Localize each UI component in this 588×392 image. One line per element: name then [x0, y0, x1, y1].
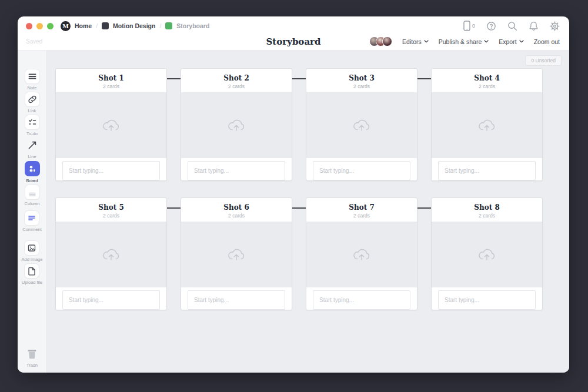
- shot-text-input[interactable]: Start typing...: [313, 290, 410, 310]
- link-icon: [28, 95, 37, 104]
- upload-cloud-icon: [226, 247, 246, 263]
- breadcrumb-storyboard[interactable]: Storyboard: [176, 22, 209, 29]
- image-drop-zone[interactable]: [432, 92, 542, 158]
- input-placeholder: Start typing...: [194, 297, 229, 303]
- shot-text-input[interactable]: Start typing...: [188, 161, 285, 180]
- window-topbar: M Home / Motion Design / Storyboard 0: [18, 16, 569, 35]
- image-drop-zone[interactable]: [306, 222, 417, 287]
- help-icon: [486, 21, 496, 31]
- shot-card-6[interactable]: Shot 6 2 cards Start typing...: [181, 197, 292, 310]
- editors-menu[interactable]: Editors: [402, 38, 429, 45]
- trash-dropzone[interactable]: Trash: [25, 347, 39, 368]
- shot-text-input[interactable]: Start typing...: [438, 161, 536, 180]
- settings-button[interactable]: [550, 21, 560, 31]
- image-drop-zone[interactable]: [56, 92, 166, 158]
- upload-cloud-icon: [352, 118, 372, 133]
- bell-icon: [529, 21, 539, 31]
- shot-title[interactable]: Shot 1: [56, 74, 166, 82]
- tool-label: Board: [26, 178, 38, 183]
- image-drop-zone[interactable]: [181, 92, 292, 158]
- shot-card-count: 2 cards: [56, 83, 166, 89]
- chevron-down-icon: [424, 40, 429, 43]
- tool-label: Link: [28, 108, 36, 113]
- tool-label: Comment: [22, 227, 42, 232]
- shots-grid: Shot 1 2 cards Start typing... Shot 2 2 …: [55, 68, 543, 310]
- shot-title[interactable]: Shot 7: [306, 203, 417, 212]
- mobile-app-button[interactable]: 0: [463, 21, 475, 31]
- shot-card-count: 2 cards: [181, 213, 292, 219]
- notifications-button[interactable]: [529, 21, 539, 31]
- close-window-button[interactable]: [26, 23, 32, 29]
- shot-title[interactable]: Shot 3: [306, 74, 417, 82]
- board-toolbar: Saved Storyboard Editors Publish & share…: [18, 35, 569, 51]
- zoom-window-button[interactable]: [47, 23, 54, 29]
- input-placeholder: Start typing...: [445, 297, 479, 303]
- shot-card-count: 2 cards: [56, 213, 166, 219]
- search-button[interactable]: [507, 21, 517, 31]
- shot-card-1[interactable]: Shot 1 2 cards Start typing...: [55, 68, 167, 181]
- shot-card-5[interactable]: Shot 5 2 cards Start typing...: [55, 197, 167, 310]
- shot-card-2[interactable]: Shot 2 2 cards Start typing...: [181, 68, 292, 181]
- tool-board[interactable]: Board: [25, 161, 40, 183]
- shot-title[interactable]: Shot 2: [181, 74, 292, 82]
- minimize-window-button[interactable]: [36, 23, 43, 29]
- image-drop-zone[interactable]: [432, 222, 542, 287]
- chevron-down-icon: [484, 40, 489, 43]
- export-menu[interactable]: Export: [499, 38, 523, 45]
- search-icon: [507, 21, 517, 31]
- publish-share-menu[interactable]: Publish & share: [439, 38, 489, 45]
- image-drop-zone[interactable]: [181, 222, 292, 287]
- tools-sidebar: Note Link To-do Line Board Column: [18, 51, 47, 373]
- shot-card-3[interactable]: Shot 3 2 cards Start typing...: [306, 68, 417, 181]
- breadcrumb-motion-design[interactable]: Motion Design: [113, 22, 155, 29]
- image-drop-zone[interactable]: [56, 222, 166, 287]
- shot-text-input[interactable]: Start typing...: [62, 161, 160, 180]
- input-placeholder: Start typing...: [319, 297, 354, 303]
- upload-cloud-icon: [477, 118, 497, 133]
- breadcrumb-home[interactable]: Home: [75, 22, 92, 29]
- shot-title[interactable]: Shot 4: [432, 74, 542, 82]
- tool-line[interactable]: Line: [25, 138, 39, 159]
- trash-icon: [26, 348, 38, 360]
- tool-column[interactable]: Column: [25, 185, 40, 206]
- tool-todo[interactable]: To-do: [25, 115, 39, 136]
- shot-card-4[interactable]: Shot 4 2 cards Start typing...: [431, 68, 543, 181]
- shot-card-8[interactable]: Shot 8 2 cards Start typing...: [431, 197, 543, 310]
- editor-avatars[interactable]: [369, 36, 392, 46]
- comment-icon: [27, 213, 36, 223]
- tool-upload-file[interactable]: Upload file: [22, 264, 42, 285]
- shot-title[interactable]: Shot 6: [181, 203, 292, 212]
- image-drop-zone[interactable]: [306, 92, 417, 158]
- breadcrumb: Home / Motion Design / Storyboard: [75, 22, 209, 29]
- milanote-logo-icon[interactable]: M: [61, 21, 71, 31]
- tool-note[interactable]: Note: [25, 69, 39, 91]
- board-canvas[interactable]: 0 Unsorted Shot 1 2 cards Start typ: [47, 51, 569, 373]
- tool-label: Add image: [22, 257, 43, 262]
- shot-text-input[interactable]: Start typing...: [313, 161, 410, 180]
- shot-title[interactable]: Shot 5: [56, 203, 166, 212]
- upload-cloud-icon: [101, 118, 121, 133]
- tool-label: Note: [28, 85, 37, 91]
- shot-text-input[interactable]: Start typing...: [62, 290, 160, 310]
- mobile-icon: [463, 21, 470, 31]
- mobile-count: 0: [472, 23, 475, 29]
- help-button[interactable]: [486, 21, 496, 31]
- editors-label: Editors: [402, 38, 422, 45]
- unsorted-badge[interactable]: 0 Unsorted: [525, 55, 562, 66]
- input-placeholder: Start typing...: [445, 167, 479, 174]
- upload-cloud-icon: [477, 247, 497, 263]
- storyboard-board-icon: [165, 22, 172, 29]
- shot-card-7[interactable]: Shot 7 2 cards Start typing...: [306, 197, 417, 310]
- tool-comment[interactable]: Comment: [22, 211, 42, 232]
- shot-text-input[interactable]: Start typing...: [188, 290, 285, 310]
- tool-label: To-do: [26, 131, 38, 136]
- chevron-down-icon: [519, 40, 524, 43]
- shot-title[interactable]: Shot 8: [432, 203, 542, 212]
- zoom-out-button[interactable]: Zoom out: [534, 38, 560, 45]
- tool-label: Column: [25, 201, 40, 206]
- shot-card-count: 2 cards: [432, 213, 542, 219]
- shot-text-input[interactable]: Start typing...: [438, 290, 536, 310]
- tool-add-image[interactable]: Add image: [22, 241, 43, 262]
- tool-link[interactable]: Link: [25, 92, 39, 113]
- upload-cloud-icon: [352, 247, 372, 263]
